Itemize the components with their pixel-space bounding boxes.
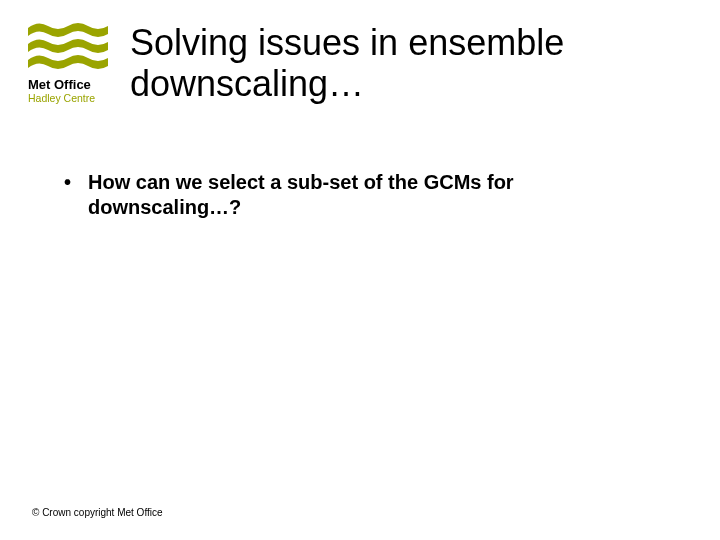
bullet-list: How can we select a sub-set of the GCMs … bbox=[60, 170, 660, 220]
slide: Met Office Hadley Centre Solving issues … bbox=[0, 0, 720, 540]
met-office-waves-icon bbox=[28, 20, 108, 72]
list-item: How can we select a sub-set of the GCMs … bbox=[60, 170, 660, 220]
content-area: How can we select a sub-set of the GCMs … bbox=[60, 170, 660, 220]
page-title: Solving issues in ensemble downscaling… bbox=[130, 22, 680, 105]
logo-line1: Met Office bbox=[28, 78, 116, 92]
logo-line2: Hadley Centre bbox=[28, 93, 116, 104]
logo-block: Met Office Hadley Centre bbox=[28, 20, 116, 104]
logo-text: Met Office Hadley Centre bbox=[28, 78, 116, 104]
footer-copyright: © Crown copyright Met Office bbox=[32, 507, 163, 518]
